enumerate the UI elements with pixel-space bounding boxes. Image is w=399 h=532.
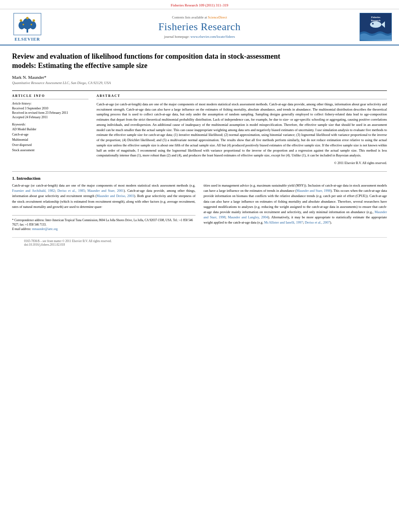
intro-text-left: Catch-at-age (or catch-at-length) data a… xyxy=(12,183,195,210)
abstract-label: Abstract xyxy=(97,94,387,99)
introduction-body: Catch-at-age (or catch-at-length) data a… xyxy=(12,183,387,232)
copyright: © 2011 Elsevier B.V. All rights reserved… xyxy=(97,161,387,165)
footer-doi: doi:10.1016/j.fishres.2011.02.018 xyxy=(24,243,65,246)
fisheries-logo-text: Fisheries Research xyxy=(360,13,391,41)
sciencedirect-link[interactable]: ScienceDirect xyxy=(208,15,227,19)
introduction-heading: 1. Introduction xyxy=(12,176,387,181)
section-divider xyxy=(12,171,387,172)
fisheries-logo-area: Fisheries Research xyxy=(352,13,392,41)
ref-maunder-starr-1998a[interactable]: Maunder and Starr, 1998 xyxy=(296,189,331,193)
email-link[interactable]: mmaunder@iattc.org xyxy=(32,227,58,231)
abstract-text: Catch-at-age (or catch-at-length) data a… xyxy=(97,102,387,158)
history-label: Article history: xyxy=(12,102,88,105)
footnote-email: E-mail address: mmaunder@iattc.org xyxy=(12,227,195,231)
footer-issn: 0165-7836/$ – see front matter © 2011 El… xyxy=(24,239,112,243)
journal-header: ELSEVIER Contents lists available at Sci… xyxy=(0,9,399,45)
ref-deriso-1985[interactable]: Deriso et al., 1985 xyxy=(58,189,85,193)
keywords-label: Keywords: xyxy=(12,123,88,126)
svg-point-3 xyxy=(19,21,25,29)
intro-col-left: Catch-at-age (or catch-at-length) data a… xyxy=(12,183,195,232)
svg-text:Fisheries: Fisheries xyxy=(371,16,381,18)
journal-ref-bar: Fisheries Research 109 (2011) 311–319 xyxy=(0,0,399,9)
page: Fisheries Research 109 (2011) 311–319 xyxy=(0,0,399,532)
svg-text:Research: Research xyxy=(371,19,380,22)
journal-homepage: journal homepage: www.elsevier.com/locat… xyxy=(47,35,352,39)
svg-point-8 xyxy=(23,24,24,25)
journal-reference: Fisheries Research 109 (2011) 311–319 xyxy=(171,3,228,7)
footnote-star: * Correspondence address: Inter-American… xyxy=(12,218,195,227)
article-content: Review and evaluation of likelihood func… xyxy=(0,45,399,255)
keywords-group: Keywords: AD Model Builder Catch-at-age … xyxy=(12,123,88,153)
journal-title: Fisheries Research xyxy=(47,21,352,33)
received-2: Received in revised form 23 February 201… xyxy=(12,111,88,115)
keyword-4: Over-dispersed xyxy=(12,143,88,148)
ref-maunder-langley-2004[interactable]: Maunder and Langley, 2004 xyxy=(228,215,268,219)
svg-point-6 xyxy=(26,17,29,19)
ref-mcallister-ianelli-1997[interactable]: McAllister and Ianelli, 1997 xyxy=(264,220,303,224)
ref-maunder-starr-2001[interactable]: Maunder and Starr, 2001 xyxy=(87,189,123,193)
svg-point-7 xyxy=(33,19,35,22)
page-footer: 0165-7836/$ – see front matter © 2011 El… xyxy=(12,237,387,246)
article-history-group: Article history: Received 3 September 20… xyxy=(12,102,88,120)
fisheries-research-logo: Fisheries Research xyxy=(360,13,392,41)
sciencedirect-line: Contents lists available at ScienceDirec… xyxy=(47,15,352,19)
keyword-5: Stock assessment xyxy=(12,148,88,153)
keywords-list: AD Model Builder Catch-at-age Multinomia… xyxy=(12,127,88,153)
homepage-url[interactable]: www.elsevier.com/locate/fishres xyxy=(191,35,235,39)
abstract-column: Abstract Catch-at-age (or catch-at-lengt… xyxy=(97,94,387,165)
article-title: Review and evaluation of likelihood func… xyxy=(12,52,286,71)
received-1: Received 3 September 2010 xyxy=(12,106,88,111)
article-info-abstract-section: Article Info Article history: Received 3… xyxy=(12,90,387,165)
svg-point-4 xyxy=(30,21,36,29)
article-info-label: Article Info xyxy=(12,94,88,99)
keyword-1: AD Model Builder xyxy=(12,127,88,132)
header-center: Contents lists available at ScienceDirec… xyxy=(47,15,352,39)
elsevier-logo: ELSEVIER xyxy=(7,12,47,41)
accepted: Accepted 24 February 2011 xyxy=(12,115,88,119)
footnote-area: * Correspondence address: Inter-American… xyxy=(12,215,195,232)
elsevier-label: ELSEVIER xyxy=(14,37,40,41)
article-authors: Mark N. Maunder* xyxy=(12,75,387,80)
svg-point-5 xyxy=(20,19,22,22)
svg-point-13 xyxy=(372,23,374,25)
ref-fournier-1982[interactable]: Fournier and Archibald, 1982 xyxy=(12,189,55,193)
svg-point-9 xyxy=(31,24,32,25)
ref-maunder-deriso-2003[interactable]: Maunder and Deriso, 2003 xyxy=(97,194,134,198)
keyword-2: Catch-at-age xyxy=(12,132,88,138)
ref-deriso-2007[interactable]: Deriso et al., 2007 xyxy=(305,220,330,224)
article-affiliation: Quantitative Resource Assessment LLC, Sa… xyxy=(12,81,387,85)
svg-point-11 xyxy=(370,21,381,28)
keyword-3: Multinomial xyxy=(12,138,88,143)
elsevier-globe-icon xyxy=(13,12,42,36)
intro-col-right: tities used in management advice (e.g. m… xyxy=(204,183,387,232)
article-info-column: Article Info Article history: Received 3… xyxy=(12,94,88,165)
intro-text-right: tities used in management advice (e.g. m… xyxy=(204,183,387,225)
